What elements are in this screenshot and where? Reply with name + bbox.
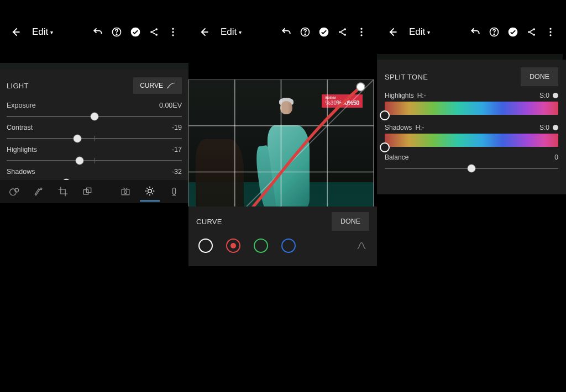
edit-menu[interactable]: Edit▾ xyxy=(215,27,247,38)
panel-light: Edit ▾ İNDİRİM %30%40%50 xyxy=(0,0,188,203)
svg-point-45 xyxy=(549,34,551,36)
toolbar: Edit▾ xyxy=(188,14,377,50)
highlights-hue-slider[interactable] xyxy=(385,102,558,115)
svg-point-38 xyxy=(494,34,495,35)
edit-label: Edit xyxy=(32,27,48,38)
panel-curve: Edit▾ İNDİRİM%30%40%50 xyxy=(188,0,377,266)
done-button[interactable]: DONE xyxy=(521,67,558,86)
tool-crop-icon[interactable] xyxy=(53,182,73,202)
toolstrip xyxy=(0,180,188,203)
highlights-readout: Highlights H:- S:0 xyxy=(385,92,558,99)
svg-rect-13 xyxy=(86,188,91,192)
slider-highlights[interactable]: Highlights-17 xyxy=(7,146,182,167)
svg-point-4 xyxy=(155,28,158,30)
help-icon[interactable] xyxy=(296,23,314,41)
curve-panel: CURVE DONE xyxy=(188,206,377,266)
more-icon[interactable] xyxy=(164,23,182,41)
toolbar: Edit▾ xyxy=(377,14,566,50)
split-tone-panel: SPLIT TONE DONE Highlights H:- S:0 Shado… xyxy=(377,60,566,194)
light-panel: LIGHT CURVE Exposure0.00EV Contrast-19 H… xyxy=(0,70,188,203)
channel-green[interactable] xyxy=(254,239,268,253)
more-icon[interactable] xyxy=(353,23,370,41)
shadows-hue-slider[interactable] xyxy=(385,134,558,147)
svg-point-40 xyxy=(528,31,530,33)
svg-point-43 xyxy=(549,28,551,30)
share-icon[interactable] xyxy=(523,23,541,41)
channel-red[interactable] xyxy=(226,239,240,253)
edit-menu[interactable]: Edit▾ xyxy=(403,27,436,38)
back-icon[interactable] xyxy=(384,23,401,41)
svg-point-6 xyxy=(172,28,174,30)
sat-dot-icon[interactable] xyxy=(553,93,558,98)
svg-rect-14 xyxy=(122,189,129,195)
svg-point-3 xyxy=(150,31,153,33)
back-icon[interactable] xyxy=(7,23,24,41)
caret-down-icon: ▾ xyxy=(50,29,53,35)
curve-glyph-icon xyxy=(166,82,175,89)
svg-point-16 xyxy=(148,189,152,193)
confirm-icon[interactable] xyxy=(504,23,522,41)
svg-point-26 xyxy=(360,34,362,36)
channel-blue[interactable] xyxy=(281,239,296,253)
svg-point-1 xyxy=(116,34,117,35)
shadows-readout: Shadows H:- S:0 xyxy=(385,124,558,131)
more-icon[interactable] xyxy=(542,23,559,41)
curve-chip-label: CURVE xyxy=(140,82,163,89)
toolbar: Edit ▾ xyxy=(0,14,188,50)
svg-point-7 xyxy=(172,31,174,33)
slider-contrast[interactable]: Contrast-19 xyxy=(7,124,182,145)
tool-color-icon[interactable] xyxy=(164,182,184,202)
edit-menu[interactable]: Edit ▾ xyxy=(27,27,59,38)
svg-point-19 xyxy=(305,34,306,35)
svg-point-15 xyxy=(124,190,127,193)
panel-split-tone: Edit▾ İNDİRİM%30%40%50 SPLIT TONE DONE H… xyxy=(377,0,566,194)
svg-point-11 xyxy=(40,188,42,189)
help-icon[interactable] xyxy=(485,23,503,41)
done-button[interactable]: DONE xyxy=(332,212,369,231)
panel-title: CURVE xyxy=(196,218,222,226)
tool-presets-icon[interactable] xyxy=(77,182,97,202)
slider-thumb[interactable] xyxy=(380,142,390,152)
curve-button[interactable]: CURVE xyxy=(133,77,182,94)
undo-icon[interactable] xyxy=(467,23,484,41)
svg-point-25 xyxy=(360,31,362,33)
channel-selector xyxy=(196,239,369,253)
parametric-icon[interactable] xyxy=(354,240,369,252)
slider-balance[interactable]: Balance 0 xyxy=(385,153,558,174)
svg-point-23 xyxy=(344,34,346,36)
panel-title: LIGHT xyxy=(7,82,29,90)
svg-point-21 xyxy=(339,31,341,33)
undo-icon[interactable] xyxy=(277,23,295,41)
share-icon[interactable] xyxy=(334,23,352,41)
help-icon[interactable] xyxy=(108,23,125,41)
svg-point-42 xyxy=(533,34,535,36)
channel-rgb[interactable] xyxy=(198,239,213,253)
confirm-icon[interactable] xyxy=(127,23,144,41)
tool-heal-icon[interactable] xyxy=(29,182,49,202)
back-icon[interactable] xyxy=(195,23,213,41)
confirm-icon[interactable] xyxy=(315,23,333,41)
svg-point-22 xyxy=(344,28,346,30)
svg-point-5 xyxy=(155,34,158,36)
svg-point-24 xyxy=(360,28,362,30)
tool-light-icon[interactable] xyxy=(140,182,160,202)
svg-point-8 xyxy=(172,34,174,36)
undo-icon[interactable] xyxy=(89,23,107,41)
panel-title: SPLIT TONE xyxy=(385,73,428,81)
svg-rect-12 xyxy=(83,190,88,194)
slider-exposure[interactable]: Exposure0.00EV xyxy=(7,102,182,123)
slider-thumb[interactable] xyxy=(380,110,390,120)
sat-dot-icon[interactable] xyxy=(553,125,558,130)
svg-point-44 xyxy=(549,31,551,33)
tool-auto-icon[interactable] xyxy=(116,182,135,202)
share-icon[interactable] xyxy=(145,23,163,41)
svg-rect-17 xyxy=(173,188,176,194)
tool-selective-icon[interactable] xyxy=(4,182,24,202)
svg-point-41 xyxy=(533,28,535,30)
